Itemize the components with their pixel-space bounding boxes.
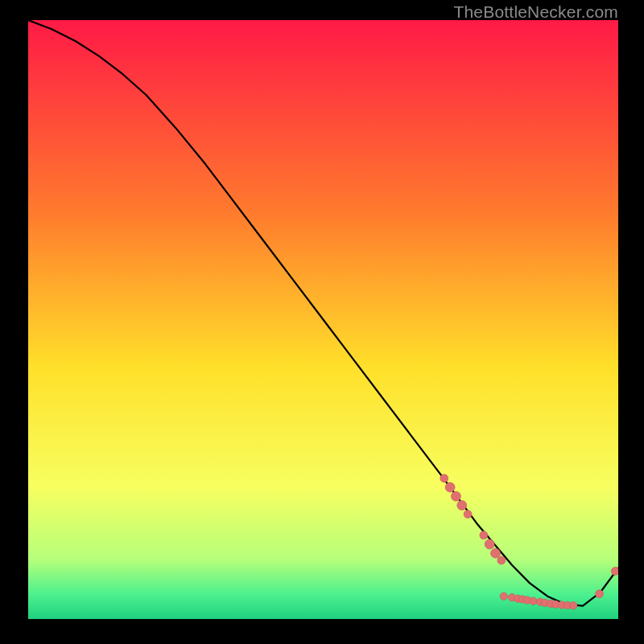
plot-area — [28, 20, 618, 619]
data-point — [485, 539, 494, 549]
data-point — [480, 531, 488, 539]
data-point — [500, 592, 507, 600]
data-point — [440, 474, 448, 482]
watermark-text: TheBottleNecker.com — [453, 2, 618, 22]
data-point — [611, 567, 618, 575]
data-point — [457, 501, 467, 510]
data-point — [464, 510, 472, 518]
data-point — [497, 556, 506, 564]
plot-svg — [28, 20, 618, 619]
data-point — [570, 602, 577, 609]
data-point — [491, 548, 501, 558]
data-point — [596, 590, 604, 598]
data-point — [451, 491, 460, 501]
data-point — [530, 597, 537, 605]
chart-stage: TheBottleNecker.com — [0, 0, 644, 644]
data-point — [445, 482, 455, 492]
